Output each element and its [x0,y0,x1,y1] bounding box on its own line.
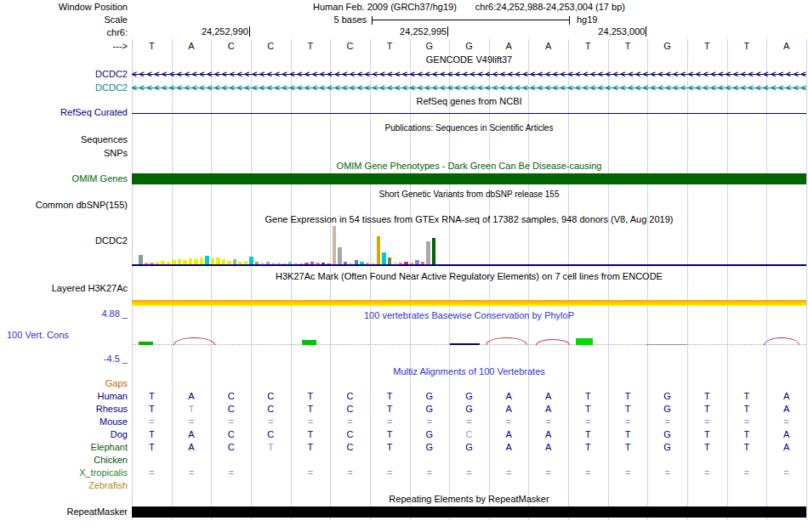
gencode-track-title[interactable]: GENCODE V49lift37 [132,54,806,65]
multiz-row-zebrafish[interactable]: Zebrafish [0,479,808,492]
multiz-row-rhesus[interactable]: RhesusTTCCTCTGGAATTGTTA [0,403,808,416]
alignment-base: = [489,416,529,428]
omim-track-title[interactable]: OMIM Gene Phenotypes - Dark Green Can Be… [132,161,806,172]
species-label[interactable]: Chicken [0,454,128,467]
species-label[interactable]: Zebrafish [0,479,128,492]
gene-transcript[interactable]: <<<<<<<<<<<<<<<<<<<<<<<<<<<<<<<<<<<<<<<<… [132,82,806,93]
alignment-base: T [132,403,172,416]
alignment-base: = [608,467,648,479]
gtex-tissue-bar [189,258,193,264]
species-label[interactable]: Human [0,390,128,403]
dna-sequence-row[interactable]: TACCTCTGGAATTGTTA [132,41,806,51]
repeatmasker-track-title[interactable]: Repeating Elements by RepeatMasker [132,494,806,505]
alignment-base: C [211,403,251,416]
alignment-base: = [370,416,410,428]
snps-track-label[interactable]: SNPs [0,148,128,159]
alignment-base: = [132,416,172,428]
cons-axis-min: -4.5 _ [0,354,128,365]
alignment-base: G [409,390,449,403]
alignment-base: A [489,403,529,416]
species-label[interactable]: Mouse [0,416,128,428]
multiz-track-title[interactable]: Multiz Alignments of 100 Vertebrates [132,366,806,377]
alignment-base: A [489,428,529,441]
conservation-track-label[interactable]: 100 Vert. Cons [7,330,69,340]
alignment-base: G [409,441,449,454]
alignment-base: T [608,403,648,416]
gtex-track-title[interactable]: Gene Expression in 54 tissues from GTEx … [132,214,806,225]
species-label[interactable]: Rhesus [0,403,128,416]
refseq-gene-line[interactable] [132,113,806,114]
gene-label-dcdc2-0[interactable]: DCDC2 [0,69,128,80]
alignment-base: = [291,416,331,428]
alignment-base: = [211,467,251,479]
refseq-curated-label[interactable]: RefSeq Curated [0,107,128,118]
gtex-tissue-bar [338,247,342,264]
alignment-base: T [608,428,648,441]
alignment-base: T [687,403,727,416]
alignment-base: G [647,390,687,403]
alignment-base: T [568,403,608,416]
dna-base: A [172,41,212,51]
ruler-tick: 24,253,000 [553,26,646,37]
repeatmasker-element-bar[interactable] [132,507,806,518]
gtex-tissue-bar [205,256,209,264]
omim-genes-label[interactable]: OMIM Genes [0,173,128,184]
refseq-track-title[interactable]: RefSeq genes from NCBI [132,96,806,107]
ruler-tick-label: 24,252,990 [202,26,248,37]
alignment-base: = [132,467,172,479]
alignment-base: T [727,390,767,403]
multiz-row-gaps[interactable]: Gaps [0,377,808,390]
position-ruler[interactable]: 24,252,99024,252,99524,253,000 [0,26,808,38]
gtex-tissue-bar [216,258,220,264]
species-label[interactable]: Dog [0,428,128,441]
species-label[interactable]: X_tropicalis [0,467,128,479]
species-label[interactable]: Gaps [0,377,128,390]
alignment-base: = [568,416,608,428]
conservation-signal-area[interactable] [132,321,806,364]
alignment-base: A [528,403,568,416]
publications-track-title[interactable]: Publications: Sequences in Scientific Ar… [132,122,806,133]
alignment-base: = [687,416,727,428]
cons-box [139,342,152,345]
multiz-row-human[interactable]: HumanTACCTCTGGAATTGTTA [0,390,808,403]
h3k27ac-track-label[interactable]: Layered H3K27Ac [0,283,128,294]
multiz-row-elephant[interactable]: ElephantTACTTCTGGAATTGTTA [0,441,808,454]
multiz-row-chicken[interactable]: Chicken [0,454,808,467]
omim-gene-bar[interactable] [132,173,806,184]
gtex-expression-bars[interactable] [139,225,435,264]
repeatmasker-track-label[interactable]: RepeatMasker [0,507,128,518]
dna-base: T [291,41,331,51]
alignment-base: A [766,441,806,454]
multiz-row-x_tropicalis[interactable]: X_tropicalis================ [0,467,808,479]
dna-base: T [608,41,648,51]
dbsnp-track-title[interactable]: Short Genetic Variants from dbSNP releas… [132,189,806,200]
gene-transcript[interactable]: <<<<<<<<<<<<<<<<<<<<<<<<<<<<<<<<<<<<<<<<… [132,69,806,80]
sequences-track-label[interactable]: Sequences [0,134,128,145]
alignment-base: T [370,441,410,454]
multiz-row-dog[interactable]: DogTACCTCTGCAATTGTTA [0,428,808,441]
h3k27ac-signal-band[interactable] [132,300,806,306]
alignment-base [251,467,291,479]
conservation-track-title[interactable]: 100 vertebrates Basewise Conservation by… [132,310,806,321]
ruler-tick-label: 24,253,000 [598,26,645,37]
alignment-cells: ================ [132,467,806,479]
alignment-base: G [647,441,687,454]
h3k27ac-track-title[interactable]: H3K27Ac Mark (Often Found Near Active Re… [132,271,806,282]
dna-base: A [766,41,806,51]
gtex-gene-label[interactable]: DCDC2 [0,235,128,246]
cons-arc [536,339,570,345]
alignment-base: A [766,403,806,416]
gene-label-dcdc2-1[interactable]: DCDC2 [0,82,128,93]
alignment-base: T [291,403,331,416]
alignment-base: = [727,467,767,479]
alignment-cells: TTCCTCTGGAATTGTTA [132,403,806,416]
alignment-base: G [647,428,687,441]
dbsnp-track-label[interactable]: Common dbSNP(155) [0,200,128,211]
multiz-row-mouse[interactable]: Mouse================= [0,416,808,428]
gtex-tissue-bar [139,255,143,264]
alignment-base: T [568,441,608,454]
ruler-tick: 24,252,995 [355,26,448,37]
species-label[interactable]: Elephant [0,441,128,454]
alignment-base: C [251,428,291,441]
dna-base: A [528,41,568,51]
